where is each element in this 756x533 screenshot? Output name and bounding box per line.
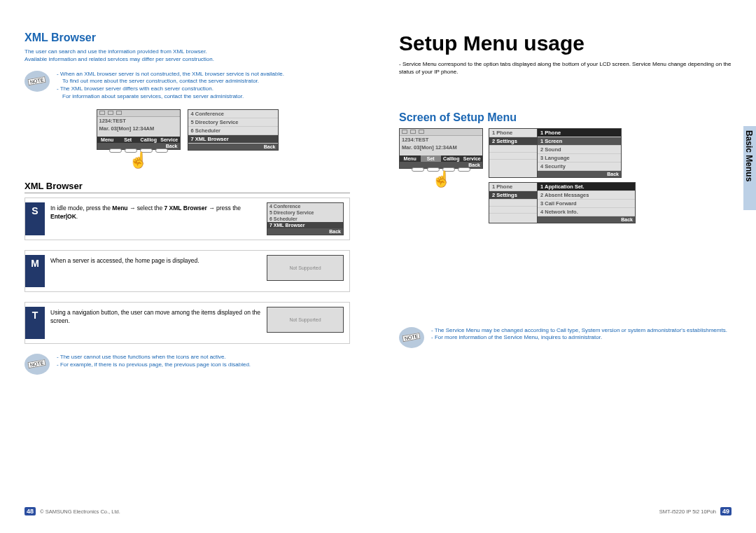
step-m: M When a server is accessed, the home pa… — [24, 250, 350, 292]
step-t-lcd: Not Supported — [267, 307, 344, 333]
softkeys-hand: ☝ — [109, 148, 168, 168]
side-tab-basic-menus: Basic Menus — [743, 126, 756, 210]
setup-split-1: 1 Phone 2 Settings 1 Phone 1 Screen 2 So… — [489, 128, 636, 178]
note-text-right: The Service Menu may be changed accordin… — [431, 327, 727, 342]
hand-icon: ☝ — [432, 172, 451, 187]
step-t: T Using a navigation button, the user ca… — [24, 302, 350, 344]
intro-line-1: The user can search and use the informat… — [24, 48, 350, 56]
setup-intro: - Service Menu correspond to the option … — [399, 61, 732, 76]
step-m-tag: M — [25, 255, 45, 287]
note-block-1: NOTE When an XML browser server is not c… — [24, 71, 350, 101]
step-s-tag: S — [25, 202, 45, 235]
page-right: Setup Menu usage - Service Menu correspo… — [378, 0, 756, 533]
note-icon: NOTE — [399, 327, 424, 348]
setup-split-2: 1 Phone 2 Settings 1 Application Set. 2 … — [489, 182, 636, 223]
page-left: XML Browser The user can search and use … — [0, 0, 378, 533]
step-m-lcd: Not Supported — [267, 255, 344, 281]
setup-cluster: 1234:TEST Mar. 03[Mon] 12:34AM Menu Set … — [399, 128, 732, 223]
footer-left-text: © SAMSUNG Electronics Co., Ltd. — [40, 508, 120, 515]
hand-icon: ☝ — [129, 153, 148, 168]
footer-right-text: SMT-i5220 IP 5i2 10Poh — [659, 508, 716, 515]
lcd-pair-top: 1234:TEST Mar. 03[Mon] 12:34AM Menu Set … — [24, 109, 350, 168]
step-t-text: Using a navigation button, the user can … — [50, 307, 262, 326]
page-number-right: 49 — [720, 507, 732, 515]
note-block-2: NOTE The user cannot use those functions… — [24, 354, 350, 375]
step-s-text: In idle mode, press the Menu → select th… — [50, 202, 262, 221]
note-text-1: When an XML browser server is not constr… — [57, 71, 284, 101]
page-number-left: 48 — [24, 507, 36, 515]
footer-left: 48 © SAMSUNG Electronics Co., Ltd. — [24, 507, 120, 515]
xml-browser-subheading: XML Browser — [24, 181, 350, 193]
step-s: S In idle mode, press the Menu → select … — [24, 198, 350, 240]
softkeys-hand-right: ☝ — [412, 167, 470, 187]
xml-browser-title: XML Browser — [24, 32, 350, 44]
screen-of-setup-heading: Screen of Setup Menu — [399, 111, 732, 124]
footer-right: SMT-i5220 IP 5i2 10Poh 49 — [659, 507, 732, 515]
step-s-lcd: 4 Conference 5 Directory Service 6 Sched… — [267, 202, 344, 235]
note-block-right: NOTE The Service Menu may be changed acc… — [399, 327, 732, 348]
idle-lcd-right: 1234:TEST Mar. 03[Mon] 12:34AM Menu Set … — [399, 128, 483, 169]
note-text-2: The user cannot use those functions when… — [57, 354, 251, 369]
xml-menu-lcd: 4 Conference 5 Directory Service 6 Sched… — [188, 109, 279, 151]
step-m-text: When a server is accessed, the home page… — [50, 255, 262, 265]
step-t-tag: T — [25, 307, 45, 339]
note-icon: NOTE — [24, 71, 50, 92]
note-icon: NOTE — [24, 354, 50, 375]
intro-line-2: Available information and related servic… — [24, 56, 350, 64]
setup-menu-title: Setup Menu usage — [399, 32, 732, 55]
idle-lcd: 1234:TEST Mar. 03[Mon] 12:34AM Menu Set … — [97, 109, 181, 150]
